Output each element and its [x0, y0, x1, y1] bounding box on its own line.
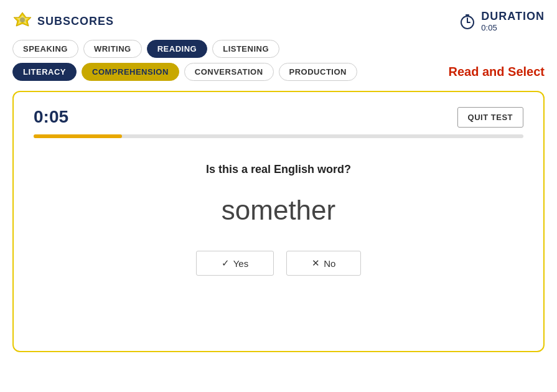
duration-icon	[459, 12, 476, 30]
nav-reading[interactable]: READING	[147, 40, 207, 58]
question-text: Is this a real English word?	[34, 163, 523, 176]
duration-right: DURATION 0:05	[481, 10, 545, 32]
section-label: Read and Select	[448, 65, 545, 79]
subscores-logo: SUBSCORES	[12, 11, 114, 31]
svg-rect-6	[466, 14, 469, 16]
progress-bar-bg	[34, 134, 523, 138]
x-icon: ✕	[312, 258, 320, 269]
yes-label: Yes	[233, 258, 248, 269]
nav-writing[interactable]: WRITING	[83, 40, 142, 58]
nav-row2: LITERACY COMPREHENSION CONVERSATION PROD…	[12, 63, 545, 81]
no-button[interactable]: ✕ No	[286, 251, 361, 276]
duration-label: DURATION	[481, 10, 545, 23]
logo-icon	[12, 11, 32, 31]
quit-button[interactable]: QUIT TEST	[457, 107, 523, 128]
top-bar: SUBSCORES DURATION 0:05	[12, 10, 545, 32]
nav-comprehension[interactable]: COMPREHENSION	[82, 63, 179, 81]
no-label: No	[324, 258, 335, 269]
nav-conversation[interactable]: CONVERSATION	[184, 63, 274, 81]
answer-buttons: ✓ Yes ✕ No	[34, 251, 523, 276]
word-display: somether	[34, 195, 523, 226]
yes-button[interactable]: ✓ Yes	[196, 251, 274, 276]
nav-listening[interactable]: LISTENING	[212, 40, 279, 58]
duration-value: 0:05	[481, 23, 497, 32]
card-timer: 0:05	[34, 107, 523, 127]
subscores-title: SUBSCORES	[37, 15, 114, 28]
nav-speaking[interactable]: SPEAKING	[12, 40, 78, 58]
nav-row1: SPEAKING WRITING READING LISTENING	[12, 40, 545, 58]
duration-box: DURATION 0:05	[459, 10, 545, 32]
svg-point-2	[20, 17, 25, 22]
nav-production[interactable]: PRODUCTION	[279, 63, 357, 81]
check-icon: ✓	[222, 258, 230, 269]
progress-bar-fill	[34, 134, 122, 138]
nav-literacy[interactable]: LITERACY	[12, 63, 77, 81]
main-card: 0:05 QUIT TEST Is this a real English wo…	[12, 91, 545, 352]
app-container: SUBSCORES DURATION 0:05 SPEAKING WRITING…	[0, 0, 557, 392]
